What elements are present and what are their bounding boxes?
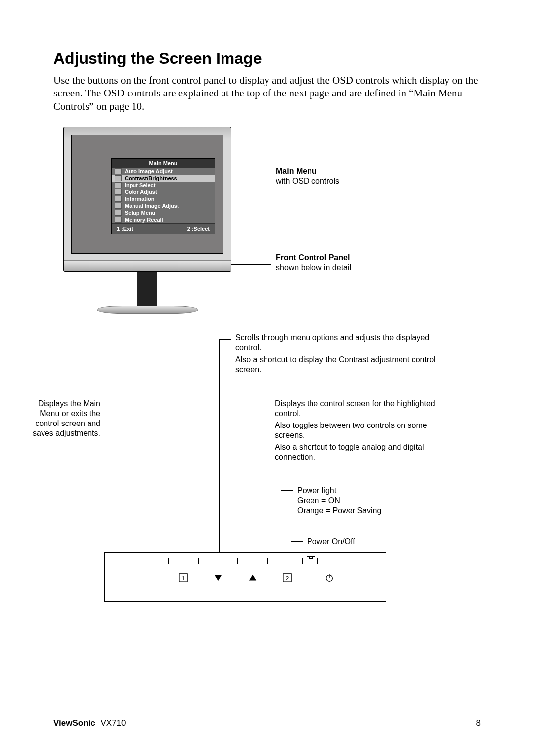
panel-button-up xyxy=(237,558,268,564)
osd-item-label: Memory Recall xyxy=(125,217,163,223)
svg-marker-2 xyxy=(215,575,222,581)
callout-text: Power On/Off xyxy=(307,537,355,547)
callout-main-menu: Main Menu with OSD controls xyxy=(276,166,339,186)
one-icon: 1 xyxy=(179,573,188,582)
callout-text: Scrolls through menu options and adjusts… xyxy=(235,333,448,353)
callout-line xyxy=(281,490,293,491)
callout-text: Also a shortcut to toggle analog and dig… xyxy=(275,442,443,462)
callout-line xyxy=(150,404,150,557)
callout-line xyxy=(254,404,271,404)
osd-item: Setup Menu xyxy=(112,209,215,216)
osd-item: Manual Image Adjust xyxy=(112,202,215,209)
control-panel: 1 2 xyxy=(104,552,386,602)
osd-icon xyxy=(115,210,122,216)
osd-icon xyxy=(115,175,122,181)
page-heading: Adjusting the Screen Image xyxy=(53,49,481,68)
callout-text: Displays the control screen for the high… xyxy=(275,399,443,419)
svg-text:1: 1 xyxy=(182,574,185,581)
osd-item: Input Select xyxy=(112,182,215,189)
callout-up-arrow: Scrolls through menu options and adjusts… xyxy=(235,333,448,375)
two-icon: 2 xyxy=(283,573,292,582)
footer-model: VX710 xyxy=(100,718,126,728)
osd-item: Information xyxy=(112,195,215,202)
monitor-bezel-bottom xyxy=(64,260,231,271)
callout-line xyxy=(281,490,281,555)
osd-icon xyxy=(115,189,122,195)
figure: Main Menu Auto Image Adjust Contrast/Bri… xyxy=(53,127,479,671)
osd-menu: Main Menu Auto Image Adjust Contrast/Bri… xyxy=(111,158,215,234)
panel-button-1 xyxy=(168,558,199,564)
osd-icon xyxy=(115,168,122,174)
callout-line xyxy=(254,446,271,446)
osd-item-label: Auto Image Adjust xyxy=(125,168,173,174)
osd-title: Main Menu xyxy=(112,159,215,168)
callout-power-light: Power light Green = ON Orange = Power Sa… xyxy=(297,486,381,516)
intro-paragraph: Use the buttons on the front control pan… xyxy=(53,74,481,113)
callout-sub: shown below in detail xyxy=(276,263,351,273)
callout-line xyxy=(103,404,150,404)
osd-icon xyxy=(115,217,122,223)
callout-text: Power light xyxy=(297,486,381,496)
osd-item: Memory Recall xyxy=(112,216,215,223)
panel-button-power xyxy=(317,558,342,564)
triangle-down-icon xyxy=(214,573,222,582)
panel-power-led xyxy=(307,556,315,564)
callout-line xyxy=(231,264,271,265)
osd-item-highlighted: Contrast/Brightness xyxy=(112,175,215,182)
osd-footer-right: 2 :Select xyxy=(187,226,210,232)
osd-item: Auto Image Adjust xyxy=(112,168,215,175)
osd-item-label: Setup Menu xyxy=(125,210,155,216)
callout-line xyxy=(215,180,272,180)
osd-icon xyxy=(115,196,122,202)
callout-line xyxy=(219,339,220,557)
callout-text: Displays the Main Menu or exits the cont… xyxy=(24,399,100,438)
osd-icon xyxy=(115,203,122,209)
callout-line xyxy=(254,404,254,557)
osd-item-label: Input Select xyxy=(125,182,155,188)
callout-front-panel: Front Control Panel shown below in detai… xyxy=(276,253,351,273)
osd-item-label: Information xyxy=(125,196,155,202)
callout-line xyxy=(291,541,303,542)
power-icon xyxy=(325,573,334,582)
callout-title: Front Control Panel xyxy=(276,253,351,263)
osd-item-label: Color Adjust xyxy=(125,189,157,195)
osd-icon xyxy=(115,182,122,188)
osd-footer: 1 :Exit 2 :Select xyxy=(112,223,215,234)
osd-item-label: Contrast/Brightness xyxy=(125,175,177,181)
page-footer: ViewSonic VX710 8 xyxy=(53,718,481,728)
callout-line xyxy=(219,339,231,340)
svg-text:2: 2 xyxy=(286,574,289,581)
callout-button-one: Displays the Main Menu or exits the cont… xyxy=(24,399,100,438)
panel-button-2 xyxy=(272,558,303,564)
callout-button-two: Displays the control screen for the high… xyxy=(275,399,443,462)
callout-text: Also a shortcut to display the Contrast … xyxy=(235,355,448,375)
callout-line xyxy=(254,424,271,424)
callout-text: Green = ON xyxy=(297,496,381,506)
osd-item: Color Adjust xyxy=(112,189,215,195)
panel-button-down xyxy=(203,558,233,564)
callout-title: Main Menu xyxy=(276,166,339,176)
callout-text: Also toggles between two controls on som… xyxy=(275,421,443,440)
callout-text: Orange = Power Saving xyxy=(297,506,381,516)
callout-power-onoff: Power On/Off xyxy=(307,537,355,547)
osd-item-label: Manual Image Adjust xyxy=(125,203,179,209)
osd-footer-left: 1 :Exit xyxy=(117,226,133,232)
footer-page-number: 8 xyxy=(476,718,481,728)
triangle-up-icon xyxy=(248,573,257,582)
footer-left: ViewSonic VX710 xyxy=(53,718,126,728)
monitor-base xyxy=(97,306,198,314)
callout-sub: with OSD controls xyxy=(276,176,339,186)
svg-marker-3 xyxy=(249,574,256,580)
footer-brand: ViewSonic xyxy=(53,718,95,728)
monitor-neck xyxy=(137,272,157,309)
